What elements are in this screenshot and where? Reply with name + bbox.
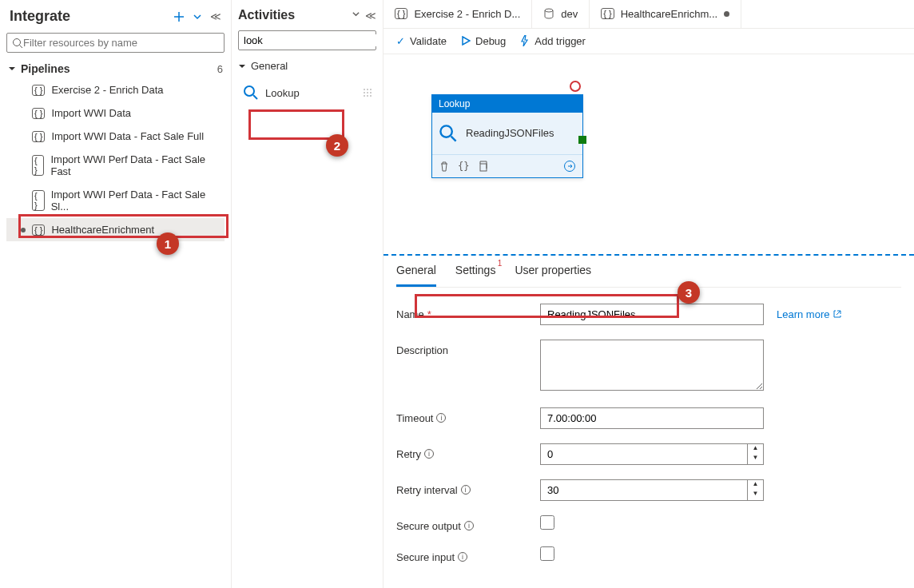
grip-icon (364, 89, 372, 97)
svg-point-4 (440, 125, 451, 137)
retry-stepper[interactable]: ▲▼ (748, 443, 764, 465)
play-icon (461, 36, 471, 46)
retry-interval-label: Retry interval i (396, 479, 540, 496)
caret-down-icon (238, 62, 246, 70)
pipeline-icon (32, 224, 45, 236)
validate-button[interactable]: ✓ Validate (396, 35, 447, 47)
delete-icon[interactable] (439, 161, 450, 172)
lookup-icon (439, 124, 458, 143)
caret-down-icon (8, 65, 16, 73)
tab-settings[interactable]: Settings1 (455, 256, 496, 287)
add-trigger-button[interactable]: Add trigger (520, 35, 586, 47)
lookup-icon (243, 85, 259, 101)
pipeline-item[interactable]: Import WWI Perf Data - Fact Sale Sl... (6, 183, 225, 218)
activity-search-input[interactable] (244, 34, 378, 46)
pipeline-icon (601, 8, 614, 19)
info-icon: i (461, 485, 471, 495)
properties-panel: General Settings1 User properties Name *… (383, 254, 914, 588)
pipeline-icon (32, 108, 45, 119)
pipeline-icon (32, 155, 44, 176)
pipeline-icon (395, 8, 407, 19)
debug-button[interactable]: Debug (461, 35, 506, 47)
pipeline-toolbar: ✓ Validate Debug Add trigger (383, 29, 914, 54)
svg-point-2 (244, 86, 254, 96)
chevron-down-icon[interactable] (352, 10, 360, 22)
required-indicator-icon: 1 (498, 259, 503, 268)
database-icon (543, 8, 554, 19)
info-icon: i (436, 413, 446, 423)
retry-label: Retry i (396, 443, 540, 460)
main-area: Exercise 2 - Enrich D... dev HealthcareE… (383, 0, 914, 588)
tab-exercise2[interactable]: Exercise 2 - Enrich D... (383, 0, 532, 28)
resource-search-input[interactable] (23, 37, 219, 49)
description-label: Description (396, 340, 540, 356)
secure-output-label: Secure output i (396, 515, 540, 532)
callout-badge-1: 1 (157, 232, 179, 255)
pipeline-icon (32, 190, 45, 211)
code-icon[interactable]: {} (458, 161, 469, 172)
expand-icon[interactable] (563, 160, 576, 173)
external-link-icon (833, 309, 842, 319)
pipeline-item-selected[interactable]: HealthcareEnrichment (6, 218, 225, 241)
activity-group-general[interactable]: General (238, 57, 376, 75)
search-icon (12, 38, 23, 49)
editor-tabs: Exercise 2 - Enrich D... dev HealthcareE… (383, 0, 914, 29)
sidebar-title: Integrate (10, 8, 70, 25)
activity-search[interactable] (238, 30, 376, 50)
unsaved-indicator-icon (724, 11, 729, 17)
svg-point-3 (545, 9, 553, 12)
secure-input-checkbox[interactable] (540, 546, 554, 561)
secure-output-checkbox[interactable] (540, 515, 554, 530)
info-icon: i (458, 552, 467, 562)
learn-more-link[interactable]: Learn more (777, 304, 842, 320)
callout-badge-2: 2 (326, 134, 348, 157)
collapse-icon[interactable]: ≪ (365, 10, 376, 22)
chevron-down-icon[interactable] (193, 12, 202, 22)
activities-panel: Activities ≪ General Lookup (232, 0, 383, 588)
retry-interval-stepper[interactable]: ▲▼ (748, 479, 764, 501)
add-icon[interactable] (173, 11, 185, 22)
integrate-sidebar: Integrate ≪ Pipelines 6 Exercise 2 - Enr… (0, 0, 232, 588)
pipeline-item[interactable]: Import WWI Data - Fact Sale Full (6, 125, 225, 148)
timeout-label: Timeout i (396, 407, 540, 424)
pipeline-icon (32, 85, 45, 96)
secure-input-label: Secure input i (396, 546, 540, 563)
collapse-icon[interactable]: ≪ (210, 10, 221, 22)
activity-lookup[interactable]: Lookup (238, 78, 376, 107)
retry-input[interactable] (540, 443, 748, 465)
activity-node-lookup[interactable]: Lookup ReadingJSONFiles {} (431, 94, 583, 178)
output-connector[interactable] (578, 136, 586, 144)
tab-general[interactable]: General (396, 256, 436, 287)
unsaved-indicator-icon (21, 228, 26, 232)
activity-node-name: ReadingJSONFiles (466, 127, 554, 139)
info-icon: i (424, 449, 434, 459)
pipeline-list: Exercise 2 - Enrich Data Import WWI Data… (6, 78, 225, 241)
info-icon: i (464, 521, 474, 530)
pipeline-canvas[interactable]: Lookup ReadingJSONFiles {} (383, 54, 914, 254)
name-input[interactable] (540, 304, 764, 325)
pipelines-header[interactable]: Pipelines 6 (6, 59, 225, 78)
pipeline-item[interactable]: Exercise 2 - Enrich Data (6, 78, 225, 101)
trigger-icon (520, 35, 530, 46)
tab-dev[interactable]: dev (532, 0, 590, 28)
copy-icon[interactable] (477, 161, 488, 172)
callout-badge-3: 3 (678, 281, 700, 304)
name-label: Name * (396, 304, 540, 320)
svg-point-0 (14, 38, 21, 46)
activity-type-label: Lookup (432, 95, 582, 113)
pipeline-icon (32, 131, 45, 142)
check-icon: ✓ (396, 35, 405, 47)
status-error-icon (570, 81, 581, 92)
pipeline-item[interactable]: Import WWI Perf Data - Fact Sale Fast (6, 148, 225, 183)
pipeline-item[interactable]: Import WWI Data (6, 101, 225, 125)
retry-interval-input[interactable] (540, 479, 748, 501)
activities-title: Activities (238, 8, 295, 22)
resource-search[interactable] (6, 33, 225, 53)
description-input[interactable] (540, 340, 764, 391)
tab-user-properties[interactable]: User properties (515, 256, 591, 287)
svg-rect-5 (480, 164, 487, 171)
timeout-input[interactable] (540, 407, 764, 429)
tab-healthcare[interactable]: HealthcareEnrichm... (590, 0, 741, 28)
